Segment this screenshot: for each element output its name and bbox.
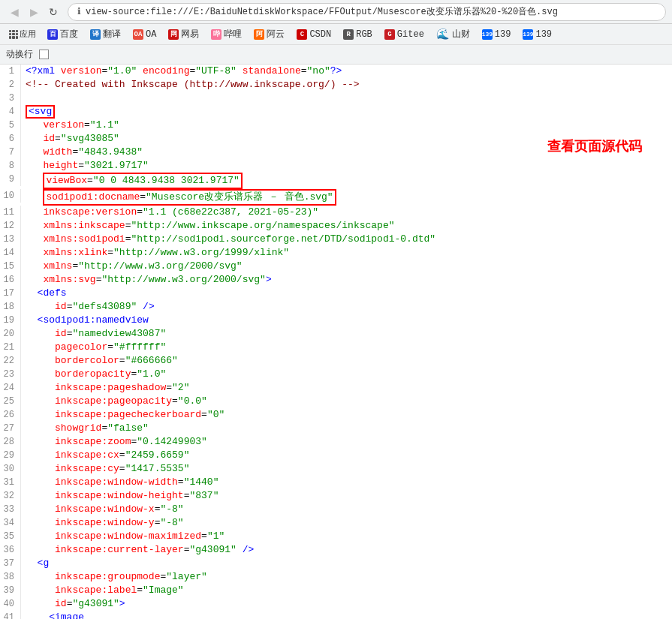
source-line: 38 inkscape:groupmode="layer" [0, 570, 672, 584]
bookmark-oa-label: OA [146, 29, 156, 40]
bookmark-fanyi[interactable]: 译 翻译 [86, 26, 125, 42]
source-line: 14 xmlns:xlink="http://www.w3.org/1999/x… [0, 246, 672, 260]
line-num: 30 [0, 462, 21, 476]
source-line: 15 xmlns="http://www.w3.org/2000/svg" [0, 260, 672, 273]
line-num: 40 [0, 597, 21, 611]
aliyun-icon: 阿 [254, 29, 264, 40]
line-content: inkscape:window-x="-8" [21, 503, 672, 516]
bookmark-baidu[interactable]: 百 百度 [44, 26, 82, 42]
line-content: inkscape:pagecheckerboard="0" [21, 408, 672, 422]
line-num: 37 [0, 557, 21, 570]
source-line: 41 <image [0, 611, 672, 619]
source-line: 29 inkscape:cx="2459.6659" [0, 449, 672, 462]
line-content: <sodipodi:namedview [21, 314, 672, 327]
bookmark-rgb-label: RGB [356, 29, 372, 40]
line-content: inkscape:cx="2459.6659" [21, 449, 672, 462]
line-num: 26 [0, 408, 21, 422]
source-line: 25 inkscape:pageopacity="0.0" [0, 395, 672, 408]
line-content: xmlns:sodipodi="http://sodipodi.sourcefo… [21, 233, 672, 246]
line-content: inkscape:pageopacity="0.0" [21, 395, 672, 408]
bookmark-163[interactable]: 网 网易 [164, 26, 203, 42]
line-content: <g [21, 557, 672, 570]
source-line: 23 borderopacity="1.0" [0, 368, 672, 381]
line-content: <svg [21, 105, 672, 119]
back-button[interactable]: ◀ [6, 4, 23, 20]
bookmark-gitee[interactable]: G Gitee [381, 28, 428, 41]
url-text: view-source:file:///E:/BaiduNetdiskWorks… [86, 5, 558, 18]
line-num: 18 [0, 300, 21, 314]
bookmark-gitee-label: Gitee [397, 29, 424, 40]
source-toolbar: 动换行 [0, 45, 672, 65]
line-content: inkscape:label="Image" [21, 584, 672, 597]
source-line: 4 <svg [0, 105, 672, 119]
line-num: 3 [0, 92, 21, 105]
line-content: inkscape:window-y="-8" [21, 516, 672, 530]
source-line: 30 inkscape:cy="1417.5535" [0, 462, 672, 476]
source-line: 27 showgrid="false" [0, 422, 672, 435]
wrap-label: 动换行 [6, 48, 33, 61]
bookmark-shancai-label: 山财 [452, 28, 470, 41]
line-content: inkscape:window-maximized="1" [21, 530, 672, 543]
source-line: 20 id="namedview43087" [0, 327, 672, 341]
line-num: 22 [0, 354, 21, 368]
source-line: 16 xmlns:svg="http://www.w3.org/2000/svg… [0, 273, 672, 287]
source-line: 6 id="svg43085" [0, 132, 672, 146]
source-line: 32 inkscape:window-height="837" [0, 489, 672, 503]
line-content: inkscape:version="1.1 (c68e22c387, 2021-… [21, 206, 672, 219]
line-num: 41 [0, 611, 21, 619]
source-line: 22 bordercolor="#666666" [0, 354, 672, 368]
source-line: 37 <g [0, 557, 672, 570]
line-num: 23 [0, 368, 21, 381]
forward-button[interactable]: ▶ [26, 4, 42, 20]
bookmark-shancai[interactable]: 🌊 山财 [432, 26, 474, 42]
line-num: 5 [0, 119, 21, 132]
line-num: 33 [0, 503, 21, 516]
line-num: 13 [0, 233, 21, 246]
shancai-wave-icon: 🌊 [436, 28, 449, 41]
line-content: inkscape:window-height="837" [21, 489, 672, 503]
line-content: <?xml version="1.0" encoding="UTF-8" sta… [21, 65, 672, 78]
source-line: 33 inkscape:window-x="-8" [0, 503, 672, 516]
source-line: 31 inkscape:window-width="1440" [0, 476, 672, 489]
line-content: xmlns:inkscape="http://www.inkscape.org/… [21, 219, 672, 233]
source-line: 7 width="4843.9438" [0, 146, 672, 159]
line-content: inkscape:current-layer="g43091" /> [21, 543, 672, 557]
bookmark-rgb[interactable]: R RGB [339, 28, 376, 41]
source-line: 28 inkscape:zoom="0.14249903" [0, 435, 672, 449]
source-line: 21 pagecolor="#ffffff" [0, 341, 672, 354]
line-num: 36 [0, 543, 21, 557]
csdn-icon: C [297, 29, 307, 40]
line-content: inkscape:zoom="0.14249903" [21, 435, 672, 449]
line-num: 2 [0, 78, 21, 92]
wrap-checkbox[interactable] [39, 50, 49, 59]
oa-icon: OA [133, 29, 143, 40]
line-content: sodipodi:docname="Musescore改变乐谱乐器 － 音色.s… [21, 189, 672, 206]
apps-label: 应用 [20, 29, 36, 40]
bookmark-139b[interactable]: 139 139 [519, 28, 556, 41]
reload-button[interactable]: ↻ [45, 4, 62, 20]
bookmark-bilibili[interactable]: 哔 哔哩 [207, 26, 246, 42]
line-num: 15 [0, 260, 21, 273]
bookmark-139a[interactable]: 139 139 [478, 28, 515, 41]
nav-buttons: ◀ ▶ ↻ [6, 4, 62, 20]
bookmark-oa[interactable]: OA OA [129, 28, 160, 41]
line-content: pagecolor="#ffffff" [21, 341, 672, 354]
bookmark-163-label: 网易 [181, 28, 199, 41]
line-content: <!-- Created with Inkscape (http://www.i… [21, 78, 672, 92]
line-content: inkscape:groupmode="layer" [21, 570, 672, 584]
line-content: id="g43091"> [21, 597, 672, 611]
line-content: inkscape:cy="1417.5535" [21, 462, 672, 476]
bookmark-aliyun[interactable]: 阿 阿云 [250, 26, 288, 42]
line-num: 4 [0, 105, 21, 119]
line-num: 28 [0, 435, 21, 449]
bookmarks-bar: 应用 百 百度 译 翻译 OA OA 网 网易 哔 哔哩 阿 阿云 C CSDN… [0, 24, 672, 45]
line-num: 35 [0, 530, 21, 543]
apps-button[interactable]: 应用 [6, 27, 39, 41]
address-bar[interactable]: ℹ view-source:file:///E:/BaiduNetdiskWor… [68, 3, 666, 21]
line-content [21, 92, 672, 105]
source-line: 12 xmlns:inkscape="http://www.inkscape.o… [0, 219, 672, 233]
139b-icon: 139 [523, 29, 533, 40]
bookmark-csdn[interactable]: C CSDN [293, 28, 335, 41]
line-content: <image [21, 611, 672, 619]
line-num: 10 [0, 189, 21, 203]
